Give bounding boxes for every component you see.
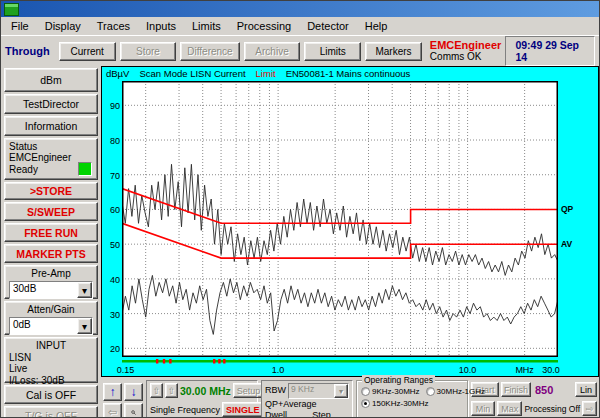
testdirector-button[interactable]: TestDirector bbox=[4, 94, 98, 114]
y-axis-labels: 2030405060708090 bbox=[104, 81, 122, 365]
detector-mode-label: QP+Average bbox=[265, 399, 349, 410]
input-line-live: Live bbox=[9, 363, 27, 374]
single-sweep-button[interactable]: S/SWEEP bbox=[4, 202, 98, 221]
right-arrow-icon: ⇨ bbox=[586, 404, 594, 414]
marker-tick bbox=[156, 359, 158, 364]
range-option-label: 9KHz-30MHz bbox=[372, 387, 420, 396]
menu-item-display[interactable]: Display bbox=[37, 19, 89, 33]
marker-tick bbox=[169, 359, 171, 364]
down-arrow-button[interactable]: ↓ bbox=[124, 383, 143, 401]
mode-label: Through bbox=[5, 45, 55, 57]
atten-dropdown-icon[interactable]: ▾ bbox=[77, 318, 92, 334]
menu-item-processing[interactable]: Processing bbox=[229, 19, 299, 33]
status-ready: Ready bbox=[9, 164, 38, 175]
radio-icon bbox=[426, 387, 435, 396]
run-control-group: Start Finish 850 Lin Min Max Processing … bbox=[471, 382, 597, 416]
y-tick-label: 20 bbox=[110, 344, 120, 354]
range-option-9khz-30mhz[interactable]: 9KHz-30MHz bbox=[361, 387, 420, 396]
marker-pts-button[interactable]: MARKER PTS bbox=[4, 244, 98, 263]
limits-button[interactable]: Limits bbox=[304, 42, 361, 61]
status-app: EMCEngineer bbox=[9, 152, 71, 163]
radio-icon bbox=[361, 399, 370, 408]
y-tick-label: 70 bbox=[110, 171, 120, 181]
input-title: INPUT bbox=[9, 340, 93, 352]
app-identity: EMCEngineer Comms OK bbox=[430, 40, 502, 62]
store-trace-button[interactable]: >STORE bbox=[4, 182, 98, 201]
menu-item-file[interactable]: File bbox=[3, 19, 37, 33]
current-button[interactable]: Current bbox=[59, 42, 116, 61]
step-label: Step 5kHz bbox=[312, 410, 349, 418]
limit-name: EN50081-1 Mains continuous bbox=[286, 68, 411, 81]
datetime-display: 09:49 29 Sep 14 bbox=[505, 36, 595, 66]
advance-button[interactable]: ⇨ bbox=[582, 401, 597, 416]
y-tick-label: 30 bbox=[110, 310, 120, 320]
back-arrow-icon: ⇦ bbox=[108, 406, 117, 418]
y-tick-label: 90 bbox=[110, 101, 120, 111]
menu-item-inputs[interactable]: Inputs bbox=[138, 19, 184, 33]
min-button[interactable]: Min bbox=[471, 401, 495, 416]
dwell-label: Dwell 12ms bbox=[265, 410, 306, 418]
preamp-label: Pre-Amp bbox=[9, 268, 93, 279]
zoom-button[interactable] bbox=[124, 403, 143, 418]
archive-button[interactable]: Archive bbox=[244, 42, 301, 61]
av-limit-tag: AV bbox=[561, 239, 572, 249]
title-bar bbox=[1, 1, 599, 17]
cal-button[interactable]: Cal is OFF bbox=[4, 385, 98, 404]
preamp-dropdown-icon[interactable]: ▾ bbox=[77, 282, 92, 298]
x-axis-labels: 0.151.010.0MHz30.0 bbox=[104, 365, 596, 377]
range-option-150khz-30mhz[interactable]: 150KHz-30MHz bbox=[361, 399, 428, 408]
input-panel: INPUT LISN Live I/Loss: 30dB bbox=[4, 337, 98, 383]
rbw-select[interactable]: 9 KHz ▾ bbox=[288, 383, 349, 399]
atten-label: Atten/Gain bbox=[9, 304, 93, 315]
back-arrow-button[interactable]: ⇦ bbox=[103, 403, 122, 418]
y-tick-label: 40 bbox=[110, 275, 120, 285]
store-button[interactable]: Store bbox=[120, 42, 177, 61]
range-option-30mhz-1ghz[interactable]: 30MHz-1GHz bbox=[426, 387, 485, 396]
app-name: EMCEngineer bbox=[430, 40, 502, 52]
up-arrow-icon: ↑ bbox=[110, 385, 116, 399]
menu-bar: File Display Traces Inputs Limits Proces… bbox=[1, 17, 599, 36]
x-tick-label: 30.0 bbox=[542, 365, 560, 375]
single-button[interactable]: SINGLE bbox=[222, 402, 264, 417]
app-icon bbox=[4, 3, 19, 16]
marker-tick bbox=[218, 359, 220, 364]
setup-button[interactable]: Setup bbox=[233, 383, 265, 398]
lin-button[interactable]: Lin bbox=[575, 382, 597, 397]
spectrum-plot bbox=[122, 81, 558, 365]
bottom-control-bar: ↑ ↓ ⇦ ⇧ ⇧ 30.00 MHz Setup Single bbox=[101, 377, 599, 418]
difference-button[interactable]: Difference bbox=[180, 42, 239, 61]
sidebar: dBm TestDirector Information Status EMCE… bbox=[1, 66, 101, 418]
finish-button[interactable]: Finish bbox=[501, 382, 531, 397]
range-option-label: 30MHz-1GHz bbox=[437, 387, 485, 396]
freq-step-up-button[interactable]: ⇧ bbox=[165, 383, 178, 398]
max-button[interactable]: Max bbox=[497, 401, 523, 416]
unit-label: dBµV bbox=[106, 68, 129, 81]
sweep-axis-line bbox=[122, 360, 558, 363]
rbw-dropdown-icon[interactable]: ▾ bbox=[334, 384, 348, 398]
chart-title: Scan Mode LISN Current bbox=[139, 68, 245, 81]
comms-status: Comms OK bbox=[430, 52, 502, 63]
status-panel: Status EMCEngineer Ready bbox=[4, 138, 98, 180]
up-arrow-button[interactable]: ↑ bbox=[103, 383, 122, 401]
atten-select[interactable]: 0dB ▾ bbox=[9, 317, 93, 335]
freq-step-down-button[interactable]: ⇧ bbox=[150, 383, 163, 398]
input-line-lisn: LISN bbox=[9, 352, 31, 363]
preamp-select[interactable]: 30dB ▾ bbox=[9, 281, 93, 299]
information-button[interactable]: Information bbox=[4, 116, 98, 136]
menu-item-limits[interactable]: Limits bbox=[184, 19, 229, 33]
x-tick-label: 1.0 bbox=[272, 365, 285, 375]
y-tick-label: 80 bbox=[110, 136, 120, 146]
status-led bbox=[78, 162, 92, 176]
x-tick-label: 10.0 bbox=[459, 365, 477, 375]
menu-item-help[interactable]: Help bbox=[357, 19, 396, 33]
menu-item-traces[interactable]: Traces bbox=[89, 19, 138, 33]
menu-item-detector[interactable]: Detector bbox=[299, 19, 357, 33]
atten-value: 0dB bbox=[10, 318, 77, 334]
markers-button[interactable]: Markers bbox=[365, 42, 422, 61]
status-title: Status bbox=[9, 141, 37, 152]
tracking-gen-button[interactable]: T/G is OFF bbox=[4, 406, 98, 418]
free-run-button[interactable]: FREE RUN bbox=[4, 223, 98, 242]
toolbar: Through Current Store Difference Archive… bbox=[1, 36, 599, 66]
dbm-button[interactable]: dBm bbox=[4, 68, 98, 92]
down-arrow-icon: ↓ bbox=[131, 385, 137, 399]
